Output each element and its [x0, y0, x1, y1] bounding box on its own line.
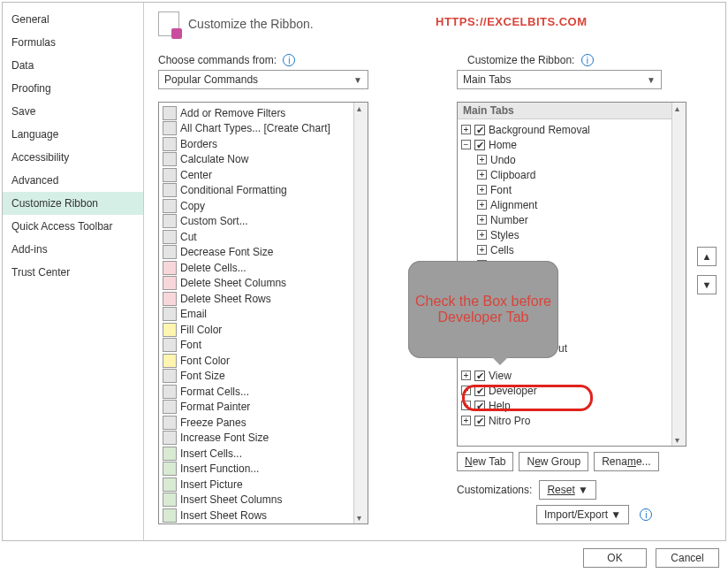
nav-item-customize-ribbon[interactable]: Customize Ribbon [3, 192, 143, 215]
rename-button[interactable]: Rename... [594, 452, 658, 471]
expand-icon[interactable]: + [477, 170, 487, 180]
info-icon[interactable]: i [283, 54, 295, 66]
info-icon[interactable]: i [640, 508, 652, 521]
command-icon [163, 385, 177, 399]
command-item[interactable]: Font Color▸ [161, 353, 366, 369]
expand-icon[interactable]: + [477, 200, 487, 210]
tree-group[interactable]: +Font [461, 182, 682, 197]
move-up-button[interactable]: ▲ [697, 247, 717, 266]
expand-icon[interactable]: + [461, 371, 471, 380]
command-item[interactable]: Delete Cells... [161, 260, 366, 276]
command-item[interactable]: Custom Sort... [161, 214, 366, 230]
command-item[interactable]: Font▸ [161, 338, 366, 354]
command-item[interactable]: Fill Color▸ [161, 322, 366, 338]
command-label: Font Size [180, 370, 225, 382]
tree-tab-home[interactable]: −Home [461, 137, 682, 152]
nav-item-advanced[interactable]: Advanced [3, 169, 143, 192]
nav-item-general[interactable]: General [3, 8, 143, 31]
command-label: Insert Cells... [180, 447, 242, 460]
new-group-button[interactable]: New Group [519, 452, 588, 471]
command-item[interactable]: Insert Sheet Columns [161, 493, 366, 508]
command-item[interactable]: Borders▸ [161, 136, 366, 152]
tab-checkbox[interactable] [474, 416, 485, 426]
command-icon [163, 307, 177, 321]
customize-target-select[interactable]: Main Tabs ▼ [457, 70, 662, 89]
nav-item-trust-center[interactable]: Trust Center [3, 261, 143, 284]
command-item[interactable]: Insert Sheet Rows [161, 508, 366, 523]
tree-group[interactable]: +Styles [461, 227, 682, 242]
tree-group[interactable]: +Alignment [461, 197, 682, 212]
nav-item-save[interactable]: Save [3, 100, 143, 123]
nav-item-language[interactable]: Language [3, 123, 143, 146]
move-down-button[interactable]: ▼ [697, 275, 717, 294]
tree-group[interactable]: +Clipboard [461, 167, 682, 182]
expand-icon[interactable]: + [461, 416, 471, 425]
nav-item-quick-access-toolbar[interactable]: Quick Access Toolbar [3, 215, 143, 238]
command-icon [163, 152, 177, 166]
scrollbar[interactable] [671, 103, 686, 446]
command-item[interactable]: Insert Function... [161, 462, 366, 478]
nav-item-data[interactable]: Data [3, 54, 143, 77]
command-item[interactable]: Add or Remove Filters [161, 105, 366, 121]
tab-checkbox[interactable] [474, 386, 485, 396]
tree-group[interactable]: +Cells [461, 242, 682, 257]
expand-icon[interactable]: + [477, 215, 487, 225]
command-item[interactable]: Cut [161, 229, 366, 245]
nav-item-formulas[interactable]: Formulas [3, 31, 143, 54]
command-item[interactable]: Email [161, 307, 366, 323]
expand-icon[interactable]: + [461, 401, 471, 410]
tree-tab-developer[interactable]: +Developer [461, 383, 682, 398]
ok-button[interactable]: OK [583, 548, 647, 568]
command-item[interactable]: Increase Font Size [161, 431, 366, 447]
expand-icon[interactable]: + [477, 155, 487, 164]
command-item[interactable]: Conditional Formatting▸ [161, 183, 366, 199]
expand-icon[interactable]: + [477, 245, 487, 255]
expand-icon[interactable]: + [477, 185, 487, 195]
command-item[interactable]: Format Painter [161, 400, 366, 416]
nav-item-add-ins[interactable]: Add-ins [3, 238, 143, 261]
import-export-button[interactable]: Import/Export ▼ [536, 505, 629, 524]
command-item[interactable]: Calculate Now [161, 152, 366, 168]
command-item[interactable]: Insert Picture [161, 477, 366, 493]
commands-listbox[interactable]: Add or Remove FiltersAll Chart Types... … [158, 102, 368, 524]
nav-item-accessibility[interactable]: Accessibility [3, 146, 143, 169]
nav-item-proofing[interactable]: Proofing [3, 77, 143, 100]
command-item[interactable]: Delete Sheet Rows [161, 291, 366, 307]
tab-checkbox[interactable] [474, 140, 485, 150]
collapse-icon[interactable]: − [461, 140, 471, 149]
scrollbar[interactable] [353, 103, 368, 523]
tree-group[interactable]: +Undo [461, 152, 682, 167]
command-item[interactable]: Delete Sheet Columns [161, 276, 366, 292]
command-icon [163, 416, 177, 430]
expand-icon[interactable]: + [461, 125, 471, 134]
tree-tab[interactable]: +Help [461, 398, 682, 413]
tab-checkbox[interactable] [474, 401, 485, 411]
reset-button[interactable]: Reset ▼ [539, 480, 596, 500]
command-label: Format Cells... [180, 386, 249, 398]
command-icon [163, 230, 177, 244]
command-item[interactable]: Font Size▸ [161, 369, 366, 385]
tab-checkbox[interactable] [474, 125, 485, 135]
command-item[interactable]: Decrease Font Size [161, 245, 366, 261]
tree-label: Undo [490, 154, 516, 166]
command-label: Delete Sheet Columns [180, 277, 286, 289]
command-icon [163, 276, 177, 290]
command-item[interactable]: Copy [161, 198, 366, 214]
tab-checkbox[interactable] [474, 371, 485, 381]
command-item[interactable]: Freeze Panes▸ [161, 415, 366, 431]
cancel-button[interactable]: Cancel [656, 548, 719, 568]
command-item[interactable]: Insert Table [161, 523, 366, 525]
command-item[interactable]: Insert Cells... [161, 446, 366, 462]
command-item[interactable]: All Chart Types... [Create Chart] [161, 121, 366, 137]
expand-icon[interactable]: + [461, 386, 471, 395]
expand-icon[interactable]: + [477, 230, 487, 240]
command-item[interactable]: Format Cells... [161, 384, 366, 400]
info-icon[interactable]: i [581, 54, 594, 66]
command-item[interactable]: Center [161, 167, 366, 183]
tree-tab[interactable]: +Background Removal [461, 122, 682, 137]
tree-group[interactable]: +Number [461, 212, 682, 227]
tree-tab[interactable]: +Nitro Pro [461, 413, 682, 428]
new-tab-button[interactable]: New Tab [457, 452, 513, 471]
command-icon [163, 292, 177, 306]
commands-from-select[interactable]: Popular Commands ▼ [158, 70, 368, 89]
